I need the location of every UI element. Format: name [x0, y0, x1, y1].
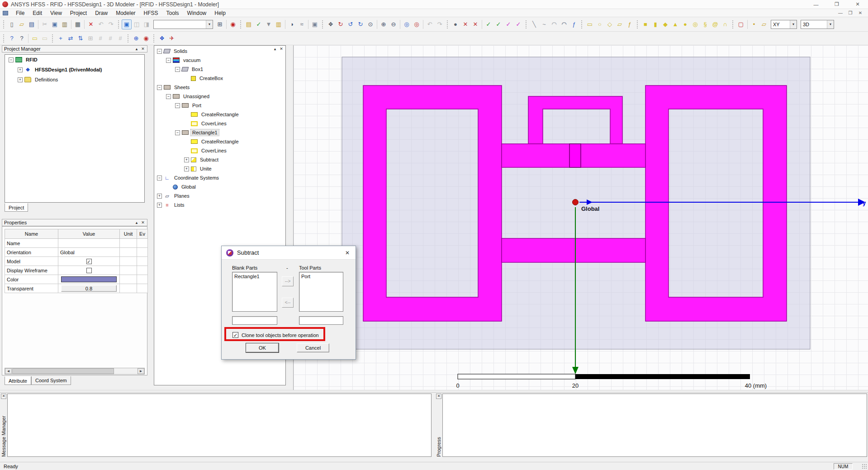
draw-equation-surface-icon[interactable]: ƒ	[625, 19, 635, 29]
port-rectangle[interactable]	[569, 144, 581, 167]
save-icon[interactable]: ▤	[27, 19, 37, 29]
tree-item-vacuum[interactable]: −vacuum	[156, 56, 285, 65]
collapse-icon[interactable]: −	[157, 176, 162, 180]
zoom-dynamic-icon[interactable]: ⊙	[365, 19, 375, 29]
collapse-icon[interactable]: −	[157, 85, 162, 90]
hfss-model-icon[interactable]: ✈	[167, 33, 177, 43]
tree-item-sheets[interactable]: −Sheets	[156, 83, 285, 92]
context-help-icon[interactable]: ?	[17, 33, 27, 43]
dialog-close-icon[interactable]: ✕	[341, 250, 354, 256]
tree-item-box1[interactable]: −Box1	[156, 65, 285, 74]
progress-panel[interactable]	[442, 394, 867, 457]
tree-item-rfid[interactable]: −RFID	[5, 55, 144, 65]
menu-hfss[interactable]: HFSS	[140, 9, 162, 17]
tree-item-rectangle1[interactable]: −Rectangle1	[156, 128, 285, 137]
collapse-icon[interactable]: −	[166, 58, 171, 63]
expand-icon[interactable]: +	[18, 77, 23, 82]
prop-value[interactable]: Global	[58, 248, 120, 257]
tab-project[interactable]: Project	[5, 203, 28, 212]
move-icon[interactable]: +	[56, 33, 66, 43]
tree-item-createrectangle[interactable]: CreateRectangle	[156, 110, 285, 119]
column-header-name[interactable]: Name	[5, 229, 58, 239]
close-icon[interactable]: ✕	[1, 394, 6, 399]
rotate-axis-icon[interactable]: ↺	[346, 19, 356, 29]
pane-collapse-icon[interactable]: ▴	[133, 47, 140, 51]
draw-circle-icon[interactable]: ○	[595, 19, 605, 29]
tree-item-createbox[interactable]: CreateBox	[156, 74, 285, 83]
column-header-ev[interactable]: Ev	[137, 229, 148, 239]
collapse-icon[interactable]: −	[175, 67, 180, 72]
blank-parts-input[interactable]	[232, 316, 277, 325]
transparency-button[interactable]: 0.8	[61, 285, 117, 292]
pane-collapse-icon[interactable]: ▴	[133, 220, 140, 225]
draw-helix-icon[interactable]: §	[700, 19, 710, 29]
draw-equation-curve-icon[interactable]: ƒ	[569, 19, 579, 29]
antenna-lower-band[interactable]	[502, 238, 645, 262]
column-header-unit[interactable]: Unit	[120, 229, 137, 239]
list-item-rectangle1[interactable]: Rectangle1	[233, 273, 276, 280]
component-library-icon[interactable]: ❖	[157, 33, 167, 43]
close-icon[interactable]: ✕	[847, 0, 868, 9]
cancel-button[interactable]: Cancel	[297, 343, 329, 352]
tree-item-global[interactable]: Global	[156, 182, 285, 191]
tree-item-solids[interactable]: −Solids	[156, 47, 285, 56]
draw-spiral-icon[interactable]: @	[710, 19, 720, 29]
move-left-button[interactable]: <--	[282, 298, 294, 308]
menu-help[interactable]: Help	[210, 9, 230, 17]
non-model-icon[interactable]: ▢	[736, 19, 746, 29]
menu-draw[interactable]: Draw	[91, 9, 112, 17]
print-icon[interactable]: ▦	[73, 19, 83, 29]
mdi-close-icon[interactable]: ✕	[855, 10, 865, 15]
collapse-icon[interactable]: −	[175, 103, 180, 108]
expand-icon[interactable]: +	[184, 166, 189, 171]
draw-polygon-icon[interactable]: ◇	[605, 19, 615, 29]
mdi-minimize-icon[interactable]: —	[835, 10, 845, 15]
results-icon[interactable]: ▥	[274, 19, 284, 29]
open-folder-icon[interactable]: ▱	[17, 19, 27, 29]
move-z-icon[interactable]: ⇅	[76, 33, 85, 43]
show-boundary-dialog-icon[interactable]: ✓	[513, 19, 523, 29]
properties-hscrollbar[interactable]: ◄ ►	[5, 368, 145, 375]
hide-selection-icon[interactable]: ✕	[460, 19, 470, 29]
draw-line-icon[interactable]: ╲	[529, 19, 539, 29]
mdi-restore-icon[interactable]: ❐	[845, 10, 855, 15]
move-right-button[interactable]: -->	[282, 276, 294, 286]
plane-combo[interactable]: XY▾	[771, 20, 797, 29]
draw-rectangle-icon[interactable]: ▭	[585, 19, 595, 29]
optimetrics-icon[interactable]: ◑	[287, 19, 297, 29]
horizontal-splitter[interactable]	[0, 390, 868, 393]
pane-close-icon[interactable]: ✕	[140, 47, 146, 51]
menu-tools[interactable]: Tools	[162, 9, 183, 17]
tree-item-createrectangle[interactable]: CreateRectangle	[156, 137, 285, 146]
history-tree-icon[interactable]: ⊞	[215, 19, 225, 29]
tab-attribute[interactable]: Attribute	[5, 376, 31, 385]
paste-icon[interactable]: ▥	[60, 19, 70, 29]
draw-bondwire-icon[interactable]: ∩	[720, 19, 730, 29]
collapse-icon[interactable]: −	[157, 49, 162, 54]
menu-view[interactable]: View	[46, 9, 66, 17]
zoom-out-icon[interactable]: ⊖	[389, 19, 398, 29]
new-file-icon[interactable]: ▯	[7, 19, 17, 29]
tree-item-unassigned[interactable]: −Unassigned	[156, 92, 285, 101]
pane-close-icon[interactable]: ✕	[140, 220, 146, 225]
list-item-port[interactable]: Port	[300, 273, 342, 280]
tab-coord-system[interactable]: Coord System	[31, 376, 71, 385]
hide-all-icon[interactable]: ✕	[470, 19, 480, 29]
tree-item-hfssdesign1-drivenmodal[interactable]: +❖HFSSDesign1 (DrivenModal)	[5, 65, 144, 75]
expand-icon[interactable]: +	[157, 203, 162, 208]
tree-item-unite[interactable]: +Unite	[156, 164, 285, 173]
collapse-icon[interactable]: −	[9, 57, 14, 62]
scroll-right-icon[interactable]: ►	[138, 368, 144, 374]
draw-point-icon[interactable]: •	[749, 19, 759, 29]
move-x-icon[interactable]: ⇄	[66, 33, 76, 43]
analyze-all-icon[interactable]: ▼	[264, 19, 274, 29]
menu-window[interactable]: Window	[183, 9, 211, 17]
scrollbar-thumb[interactable]	[12, 368, 114, 374]
clone-tool-objects-checkbox[interactable]: ✓	[232, 332, 238, 338]
zoom-in-icon[interactable]: ⊕	[379, 19, 389, 29]
menu-file[interactable]: File	[12, 9, 28, 17]
message-manager-panel[interactable]	[7, 394, 432, 457]
draw-cone-icon[interactable]: ▲	[670, 19, 680, 29]
tree-item-planes[interactable]: +▱Planes	[156, 191, 285, 200]
draw-polyhedron-icon[interactable]: ◆	[660, 19, 670, 29]
